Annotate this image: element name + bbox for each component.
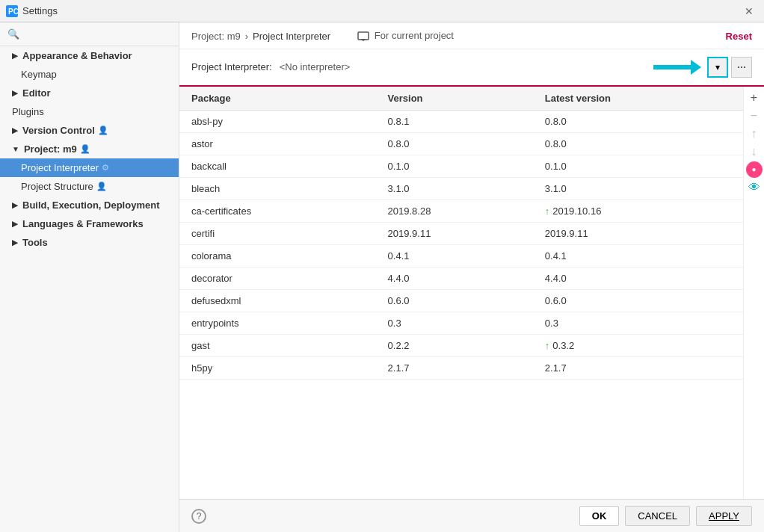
sidebar-item-label: Project Structure (21, 181, 93, 192)
package-name: colorama (179, 244, 376, 267)
move-up-button[interactable]: ↑ (746, 126, 763, 142)
help-button[interactable]: ? (191, 509, 206, 524)
arrow-head (691, 60, 701, 75)
sidebar-item-label: Version Control (22, 125, 95, 136)
inspect-button[interactable]: 👁 (746, 179, 763, 196)
package-name: absl-py (179, 110, 376, 132)
content-header: Project: m9 › Project Interpreter For cu… (179, 22, 764, 49)
sidebar-search-area[interactable] (0, 22, 179, 46)
ok-button[interactable]: OK (579, 506, 620, 526)
package-version: 0.8.0 (376, 132, 533, 155)
sidebar-item-label: Appearance & Behavior (22, 50, 132, 61)
package-version: 0.3 (376, 312, 533, 334)
table-row[interactable]: defusedxml0.6.00.6.0 (179, 289, 743, 312)
col-package: Package (179, 87, 376, 111)
sidebar-search-input[interactable] (7, 28, 171, 40)
sidebar-item-build[interactable]: ▶ Build, Execution, Deployment (0, 196, 179, 214)
svg-rect-2 (358, 32, 369, 40)
sidebar-item-vcs[interactable]: ▶ Version Control 👤 (0, 121, 179, 140)
package-table: Package Version Latest version absl-py0.… (179, 87, 743, 380)
table-row[interactable]: absl-py0.8.10.8.0 (179, 110, 743, 132)
interpreter-input[interactable] (280, 61, 646, 72)
breadcrumb-current: Project Interpreter (253, 31, 330, 42)
expand-icon: ▶ (12, 220, 18, 228)
package-version: 0.1.0 (376, 155, 533, 177)
table-row[interactable]: bleach3.1.03.1.0 (179, 177, 743, 200)
vcs-icon: 👤 (98, 126, 108, 135)
table-row[interactable]: entrypoints0.30.3 (179, 312, 743, 334)
remove-package-button[interactable]: − (746, 108, 763, 124)
sidebar-item-plugins[interactable]: Plugins (0, 102, 179, 121)
package-latest: 0.1.0 (533, 155, 743, 177)
package-latest: ↑2019.10.16 (533, 200, 743, 222)
breadcrumb: Project: m9 › Project Interpreter For cu… (191, 30, 454, 43)
package-latest: ↑0.3.2 (533, 334, 743, 356)
sidebar-item-languages[interactable]: ▶ Languages & Frameworks (0, 214, 179, 233)
cancel-button[interactable]: CANCEL (625, 506, 690, 526)
reset-button[interactable]: Reset (726, 31, 752, 42)
package-latest: 2.1.7 (533, 356, 743, 379)
title-bar-title: Settings (22, 5, 58, 16)
for-current-project-label: For current project (375, 30, 454, 41)
footer-left: ? (191, 509, 206, 524)
cyan-arrow-annotation (653, 60, 701, 75)
package-name: certifi (179, 222, 376, 244)
content-area: Project: m9 › Project Interpreter For cu… (179, 22, 764, 532)
sidebar-item-editor[interactable]: ▶ Editor (0, 84, 179, 102)
table-row[interactable]: h5py2.1.72.1.7 (179, 356, 743, 379)
sidebar-item-tools[interactable]: ▶ Tools (0, 233, 179, 252)
monitor-icon (357, 31, 369, 43)
interpreter-dropdown-button[interactable]: ▾ (707, 57, 728, 78)
expand-icon: ▶ (12, 238, 18, 247)
title-bar: PC Settings ✕ (0, 0, 764, 22)
package-name: bleach (179, 177, 376, 200)
install-button[interactable]: ● (746, 161, 763, 178)
table-row[interactable]: backcall0.1.00.1.0 (179, 155, 743, 177)
package-version: 4.4.0 (376, 267, 533, 289)
package-version: 0.2.2 (376, 334, 533, 356)
sidebar-item-label: Plugins (12, 106, 44, 117)
package-name: decorator (179, 267, 376, 289)
package-latest: 0.3 (533, 312, 743, 334)
close-button[interactable]: ✕ (740, 4, 758, 19)
sidebar-item-label: Project Interpreter (21, 162, 99, 173)
package-latest: 0.4.1 (533, 244, 743, 267)
package-version: 0.4.1 (376, 244, 533, 267)
package-version: 2.1.7 (376, 356, 533, 379)
package-latest: 2019.9.11 (533, 222, 743, 244)
table-row[interactable]: ca-certificates2019.8.28↑2019.10.16 (179, 200, 743, 222)
action-bar: + − ↑ ↓ ● 👁 (743, 87, 764, 499)
interpreter-menu-button[interactable]: ⋯ (731, 57, 752, 78)
breadcrumb-separator: › (245, 31, 248, 42)
sidebar-item-project-structure[interactable]: Project Structure 👤 (0, 177, 179, 196)
package-name: gast (179, 334, 376, 356)
expand-icon: ▶ (12, 126, 18, 134)
table-area: Package Version Latest version absl-py0.… (179, 87, 764, 499)
sidebar-item-project-interpreter[interactable]: Project Interpreter ⚙ (0, 158, 179, 177)
package-table-container: Package Version Latest version absl-py0.… (179, 87, 743, 499)
table-row[interactable]: certifi2019.9.112019.9.11 (179, 222, 743, 244)
table-row[interactable]: gast0.2.2↑0.3.2 (179, 334, 743, 356)
table-row[interactable]: decorator4.4.04.4.0 (179, 267, 743, 289)
package-version: 2019.9.11 (376, 222, 533, 244)
package-name: astor (179, 132, 376, 155)
sidebar-item-keymap[interactable]: Keymap (0, 65, 179, 84)
for-current-project: For current project (357, 30, 454, 43)
table-row[interactable]: astor0.8.00.8.0 (179, 132, 743, 155)
sidebar-item-project[interactable]: ▼ Project: m9 👤 (0, 140, 179, 158)
apply-button[interactable]: APPLY (696, 506, 752, 526)
move-down-button[interactable]: ↓ (746, 143, 763, 160)
package-name: h5py (179, 356, 376, 379)
expand-icon: ▼ (12, 145, 19, 153)
table-header-row: Package Version Latest version (179, 87, 743, 111)
table-row[interactable]: colorama0.4.10.4.1 (179, 244, 743, 267)
structure-icon: 👤 (96, 182, 107, 191)
interpreter-controls: ▾ ⋯ (653, 57, 752, 78)
package-latest: 4.4.0 (533, 267, 743, 289)
add-package-button[interactable]: + (746, 90, 763, 106)
sidebar: ▶ Appearance & Behavior Keymap ▶ Editor … (0, 22, 179, 532)
expand-icon: ▶ (12, 89, 18, 97)
sidebar-item-label: Editor (22, 87, 51, 99)
sidebar-item-appearance[interactable]: ▶ Appearance & Behavior (0, 46, 179, 65)
svg-text:PC: PC (8, 7, 18, 16)
